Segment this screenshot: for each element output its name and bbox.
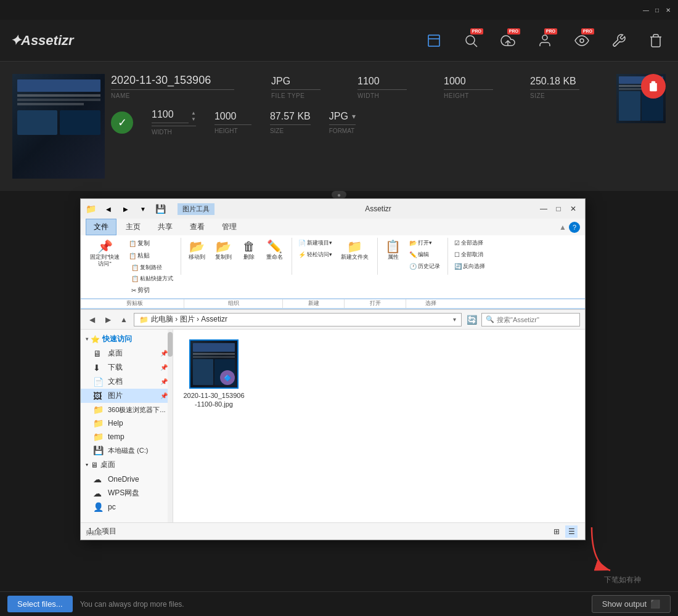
nav-up-button[interactable]: ▲	[118, 314, 130, 326]
explorer-close-button[interactable]: ✕	[566, 202, 580, 216]
sidebar-documents-label: 文档	[108, 376, 123, 387]
refresh-button[interactable]: 🔄	[465, 314, 478, 326]
edit-button[interactable]: ✏️ 编辑	[407, 249, 443, 260]
copy-path-button[interactable]: 📋 复制路径	[129, 262, 176, 273]
output-size-field: 87.57 KB SIZE	[270, 111, 311, 134]
select-all-button[interactable]: ☑ 全部选择	[452, 238, 488, 248]
select-none-label: 全部取消	[461, 251, 483, 259]
pin-to-quickaccess-button[interactable]: 📌 固定到"快速访问"	[86, 238, 124, 270]
format-selector[interactable]: JPG ▾	[329, 111, 356, 125]
height-field: 1000 HEIGHT	[444, 76, 493, 99]
explorer-minimize-button[interactable]: —	[537, 202, 550, 216]
width-value: 1100	[357, 76, 407, 90]
minimize-button[interactable]: —	[641, 5, 651, 15]
paste-shortcut-button[interactable]: 📋 粘贴快捷方式	[129, 274, 176, 284]
list-view-button[interactable]: ☰	[565, 525, 578, 538]
search-tool-button[interactable]: PRO	[459, 28, 483, 53]
sidebar-desktop-group[interactable]: ▾ 🖥 桌面	[81, 457, 173, 472]
list-item[interactable]: 🔷 2020-11-30_153906-1100-80.jpg	[183, 339, 245, 409]
resize-tool-button[interactable]	[422, 28, 446, 53]
quick-access-down[interactable]: ▼	[136, 201, 150, 216]
pin-icon: 📌	[160, 378, 168, 385]
easy-access-button[interactable]: ⚡ 轻松访问▾	[296, 249, 335, 260]
address-path[interactable]: 📁 此电脑 › 图片 › Assetizr ▾	[134, 313, 462, 326]
ribbon-tab-home[interactable]: 主页	[118, 219, 149, 235]
sidebar-item-pictures[interactable]: 🖼 图片 📌	[81, 389, 173, 403]
properties-button[interactable]: 📋 属性	[382, 238, 404, 263]
paste-icon: 📋	[129, 253, 136, 259]
search-input[interactable]	[497, 316, 576, 323]
easy-access-label: 轻松访问▾	[307, 251, 332, 259]
sidebar-scrollbar[interactable]	[168, 330, 173, 522]
copy-to-button[interactable]: 📂 复制到	[211, 238, 235, 263]
open-small-buttons: 📂 打开▾ ✏️ 编辑 🕐 历史记录	[407, 238, 443, 272]
sidebar-item-desktop1[interactable]: 🖥 桌面 📌	[81, 346, 173, 360]
move-label: 移动到	[189, 254, 205, 261]
sidebar-item-temp[interactable]: 📁 temp	[81, 430, 173, 444]
expand-handle[interactable]: ●	[332, 191, 346, 198]
documents-icon: 📄	[93, 377, 103, 387]
invert-selection-button[interactable]: 🔄 反向选择	[452, 261, 488, 272]
open-divider	[447, 238, 448, 275]
file-info-panel: 2020-11-30_153906 NAME JPG FILE TYPE 110…	[0, 62, 678, 191]
quick-access-save[interactable]: 💾	[153, 201, 168, 216]
ribbon-help-btn[interactable]: ?	[569, 222, 580, 233]
ribbon-tab-file[interactable]: 文件	[86, 219, 116, 235]
grid-view-button[interactable]: ⊞	[550, 525, 563, 538]
history-icon: 🕐	[409, 263, 417, 270]
quick-access-left[interactable]: ◀	[101, 201, 116, 216]
sidebar-item-documents[interactable]: 📄 文档 📌	[81, 375, 173, 389]
sidebar-item-wps[interactable]: ☁ WPS网盘	[81, 486, 173, 500]
cut-button[interactable]: ✂ 剪切	[129, 285, 176, 296]
sidebar-item-onedrive[interactable]: ☁ OneDrive	[81, 472, 173, 486]
open-button[interactable]: 📂 打开▾	[407, 238, 443, 248]
sidebar-item-help[interactable]: 📁 Help	[81, 416, 173, 430]
trash-icon	[648, 33, 663, 48]
copy-button[interactable]: 📋 复制	[126, 238, 176, 249]
ribbon-collapse-btn[interactable]: ▲	[559, 223, 566, 232]
path-folder-icon: 📁	[139, 315, 149, 324]
cut-icon: ✂	[131, 287, 136, 294]
trash-button[interactable]	[643, 28, 668, 53]
sidebar-item-pc[interactable]: 👤 pc	[81, 500, 173, 514]
user-tool-button[interactable]: PRO	[533, 28, 557, 53]
history-button[interactable]: 🕐 历史记录	[407, 261, 443, 272]
ribbon-tab-manage[interactable]: 管理	[214, 219, 245, 235]
cloud-tool-button[interactable]: PRO	[496, 28, 520, 53]
sidebar-quickaccess-header[interactable]: ▾ ⭐ 快速访问	[81, 332, 173, 346]
select-files-button[interactable]: Select files...	[7, 596, 73, 612]
rename-button[interactable]: ✏️ 重命名	[263, 238, 287, 263]
tools-icon	[611, 33, 626, 48]
select-none-button[interactable]: ☐ 全部取消	[452, 249, 488, 260]
sidebar-item-localdisk[interactable]: 💾 本地磁盘 (C:)	[81, 444, 173, 457]
move-to-button[interactable]: 📂 移动到	[185, 238, 209, 263]
nav-back-button[interactable]: ◀	[86, 314, 98, 326]
nav-forward-button[interactable]: ▶	[102, 314, 114, 326]
explorer-maximize-button[interactable]: □	[552, 202, 565, 216]
width-down-arrow[interactable]: ▼	[191, 116, 196, 122]
delete-button[interactable]	[641, 74, 666, 99]
tools-button[interactable]	[607, 28, 631, 53]
new-item-button[interactable]: 📄 新建项目▾	[296, 238, 335, 248]
width-up-arrow[interactable]: ▲	[191, 110, 196, 116]
sidebar-item-browser[interactable]: 📁 360极速浏览器下...	[81, 403, 173, 416]
ribbon-tab-view[interactable]: 查看	[182, 219, 213, 235]
new-folder-button[interactable]: 📁 新建文件夹	[337, 238, 372, 263]
new-group: 📄 新建项目▾ ⚡ 轻松访问▾ 📁 新建文件夹	[296, 238, 380, 296]
sidebar-item-downloads[interactable]: ⬇ 下载 📌	[81, 360, 173, 375]
paste-button[interactable]: 📋 粘贴	[126, 250, 176, 261]
size-field: 250.18 KB SIZE	[530, 76, 579, 99]
open-group-label: 打开	[345, 299, 406, 308]
maximize-button[interactable]: □	[652, 5, 662, 15]
filename-field: 2020-11-30_153906 NAME	[111, 74, 234, 99]
select-all-label: 全部选择	[461, 239, 483, 247]
pin-icon: 📌	[160, 392, 168, 399]
path-dropdown-arrow[interactable]: ▾	[453, 316, 456, 323]
ribbon-tab-share[interactable]: 共享	[150, 219, 181, 235]
show-output-button[interactable]: Show output ⬛	[592, 595, 671, 613]
quick-access-right[interactable]: ▶	[118, 201, 133, 216]
eye-tool-button[interactable]: PRO	[570, 28, 594, 53]
delete-button[interactable]: 🗑 删除	[238, 238, 260, 263]
thumbnail-preview	[12, 74, 105, 179]
close-button[interactable]: ✕	[663, 5, 673, 15]
